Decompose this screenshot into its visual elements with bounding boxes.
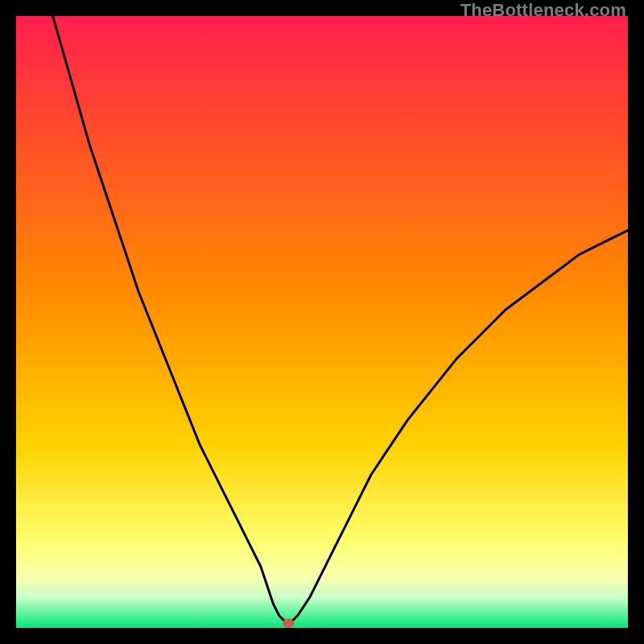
chart-frame: TheBottleneck.com [0,0,644,644]
bottleneck-chart [16,16,628,628]
gradient-background [16,16,628,628]
optimal-point-marker [283,618,294,627]
watermark-text: TheBottleneck.com [460,0,626,21]
